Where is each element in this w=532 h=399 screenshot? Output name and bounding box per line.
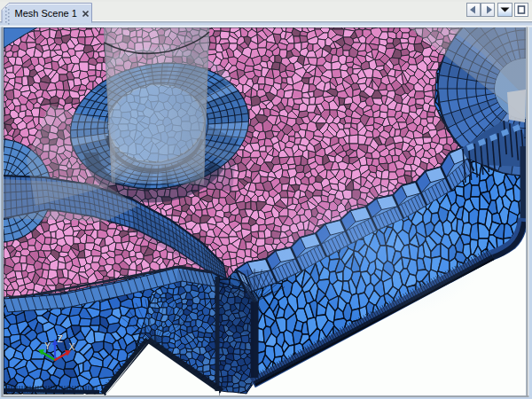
svg-text:Y: Y [44, 341, 51, 351]
svg-text:Z: Z [58, 334, 63, 344]
svg-text:Mesh Scene 1: Mesh Scene 1 [15, 8, 77, 19]
svg-text:X: X [69, 342, 75, 352]
